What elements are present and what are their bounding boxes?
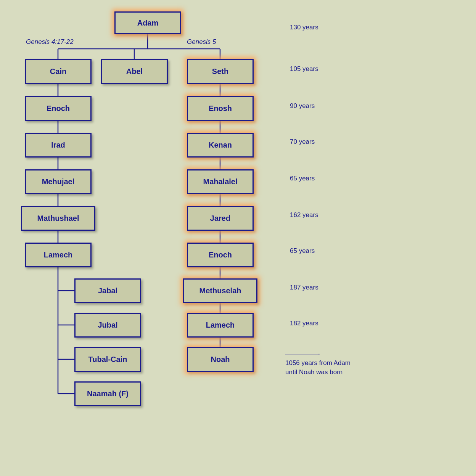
year-label-4: 65 years: [290, 175, 315, 182]
year-label-1: 105 years: [290, 65, 318, 73]
node-jared: Jared: [187, 206, 254, 231]
node-irad: Irad: [25, 133, 92, 158]
year-label-5: 162 years: [290, 211, 318, 219]
node-enoch_c: Enoch: [25, 96, 92, 121]
node-seth: Seth: [187, 59, 254, 84]
year-label-3: 70 years: [290, 138, 315, 146]
year-label-7: 187 years: [290, 284, 318, 291]
chart-container: Genesis 4:17-22 Genesis 5 130 years105 y…: [0, 0, 476, 476]
genesis-left-label: Genesis 4:17-22: [26, 38, 74, 46]
node-adam: Adam: [114, 11, 181, 34]
year-label-11: until Noah was born: [285, 368, 343, 376]
node-cain: Cain: [25, 59, 92, 84]
node-mahalalel: Mahalalel: [187, 169, 254, 194]
year-label-10: 1056 years from Adam: [285, 359, 351, 367]
node-mathushael: Mathushael: [21, 206, 95, 231]
node-lamech_c: Lamech: [25, 243, 92, 267]
node-tubalcain: Tubal-Cain: [74, 347, 141, 372]
year-label-0: 130 years: [290, 24, 318, 31]
node-methuselah: Methuselah: [183, 278, 257, 303]
node-mehujael: Mehujael: [25, 169, 92, 194]
node-jabal: Jabal: [74, 278, 141, 303]
node-abel: Abel: [101, 59, 168, 84]
node-kenan: Kenan: [187, 133, 254, 158]
node-naamah: Naamah (F): [74, 381, 141, 406]
year-label-8: 182 years: [290, 320, 318, 327]
node-jubal: Jubal: [74, 313, 141, 338]
genesis-right-label: Genesis 5: [187, 38, 216, 46]
node-noah: Noah: [187, 347, 254, 372]
node-enoch_s: Enoch: [187, 243, 254, 267]
year-label-9: —————-: [285, 350, 320, 358]
year-label-2: 90 years: [290, 102, 315, 110]
year-label-6: 65 years: [290, 247, 315, 255]
node-enosh: Enosh: [187, 96, 254, 121]
node-lamech_s: Lamech: [187, 313, 254, 338]
